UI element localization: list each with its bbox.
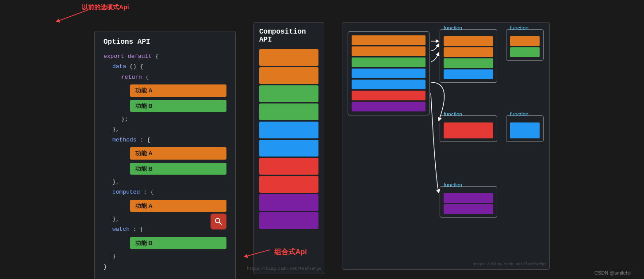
badge-group-data: 功能 A 功能 B	[130, 84, 226, 113]
badge-func-a-data: 功能 A	[130, 84, 226, 96]
comp-bar-red-2	[259, 176, 318, 193]
composition-bars	[259, 49, 318, 229]
svg-point-1	[215, 218, 220, 223]
badge-group-computed: 功能 A	[130, 199, 226, 213]
func-label-4: function	[510, 111, 529, 118]
diagram-panel: function function function function func…	[342, 22, 550, 270]
top-annotation: 以前的选项式Api	[82, 4, 129, 11]
comp-bar-orange-1	[259, 49, 318, 66]
badge-func-b-methods: 功能 B	[130, 163, 226, 175]
options-panel-title: Options API	[104, 38, 226, 46]
code-line: },	[104, 214, 226, 224]
comp-bar-orange-2	[259, 67, 318, 84]
badge-group-methods: 功能 A 功能 B	[130, 146, 226, 176]
watermark: CSDN @smilehji	[594, 270, 631, 275]
badge-func-b-watch: 功能 B	[130, 237, 226, 249]
code-line: computed : {	[104, 187, 226, 197]
badge-func-a-methods: 功能 A	[130, 147, 226, 159]
badge-group-watch: 功能 B	[130, 236, 226, 250]
comp-bar-purple-1	[259, 194, 318, 211]
bottom-arrow	[243, 245, 279, 259]
func-label-2: function	[510, 25, 529, 31]
code-line: },	[104, 177, 226, 187]
code-line: };	[104, 114, 226, 124]
function-box-5: function	[440, 186, 497, 218]
func-label-5: function	[444, 182, 462, 188]
main-container: 以前的选项式Api Options API export default { d…	[0, 0, 644, 279]
code-line: data () {	[104, 61, 226, 72]
badge-func-b-data: 功能 B	[130, 100, 226, 112]
function-box-2: function	[506, 29, 544, 61]
comp-bar-red-1	[259, 158, 318, 175]
main-component-box	[348, 31, 429, 115]
code-line: return {	[104, 72, 226, 82]
comp-bar-blue-2	[259, 140, 318, 157]
function-box-4: function	[506, 115, 544, 142]
code-line: export default {	[104, 51, 226, 61]
code-line: }	[104, 251, 226, 261]
function-box-3: function	[440, 115, 497, 142]
comp-bar-green-1	[259, 85, 318, 102]
code-block: export default { data () { return { 功能 A…	[104, 51, 226, 272]
badge-func-a-computed: 功能 A	[130, 200, 226, 212]
code-line: },	[104, 124, 226, 134]
func-label-3: function	[444, 111, 462, 118]
function-box-1: function	[440, 29, 497, 83]
composition-panel-title: Composition API	[259, 28, 318, 44]
comp-bar-blue-1	[259, 122, 318, 138]
code-line: methods : {	[104, 135, 226, 145]
composition-panel: Composition API https://blog.csdn.net/fe…	[253, 22, 324, 274]
code-line: watch : {	[104, 224, 226, 234]
svg-line-2	[219, 222, 222, 225]
search-icon[interactable]	[211, 214, 226, 229]
bottom-annotation: 组合式Api	[274, 248, 307, 257]
func-label-1: function	[444, 25, 462, 31]
comp-bar-purple-2	[259, 212, 318, 229]
svg-line-3	[245, 250, 270, 256]
comp-bar-green-2	[259, 103, 318, 120]
code-line: }	[104, 262, 226, 272]
diagram-panel-footer: https://blog.csdn.net/fesfsefgs	[473, 262, 547, 267]
options-panel: Options API export default { data () { r…	[94, 31, 236, 279]
composition-panel-footer: https://blog.csdn.net/fesfsefgs	[247, 267, 321, 271]
